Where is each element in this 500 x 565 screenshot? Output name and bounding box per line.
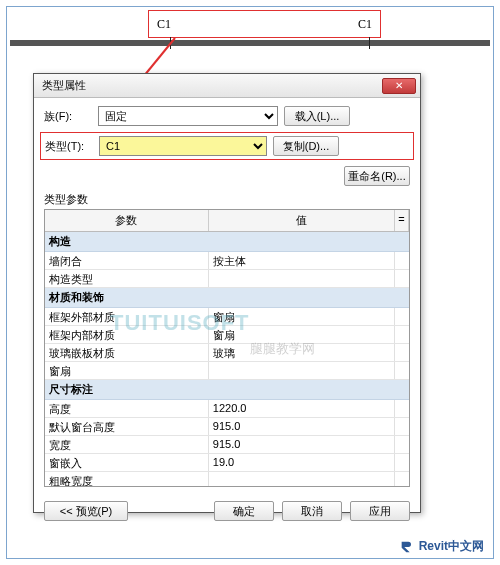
apply-button[interactable]: 应用: [350, 501, 410, 521]
param-value[interactable]: [209, 270, 395, 287]
param-row[interactable]: 玻璃嵌板材质玻璃: [45, 344, 409, 362]
plan-view-labels: C1 C1: [148, 10, 381, 38]
param-eq: [395, 308, 409, 325]
col-param-header: 参数: [45, 210, 209, 231]
param-eq: [395, 344, 409, 361]
param-name: 框架外部材质: [45, 308, 209, 325]
param-value[interactable]: 915.0: [209, 418, 395, 435]
param-row[interactable]: 框架内部材质窗扇: [45, 326, 409, 344]
param-eq: [395, 362, 409, 379]
family-combo[interactable]: 固定: [98, 106, 278, 126]
type-params-label: 类型参数: [44, 192, 410, 207]
param-name: 高度: [45, 400, 209, 417]
param-value[interactable]: 窗扇: [209, 308, 395, 325]
preview-button[interactable]: << 预览(P): [44, 501, 128, 521]
param-eq: [395, 400, 409, 417]
param-value[interactable]: 按主体: [209, 252, 395, 269]
dialog-titlebar: 类型属性 ✕: [34, 74, 420, 98]
revit-icon: [399, 539, 415, 555]
brand-text: Revit中文网: [419, 538, 484, 555]
type-label: 类型(T):: [45, 139, 93, 154]
param-name: 玻璃嵌板材质: [45, 344, 209, 361]
param-value[interactable]: 1220.0: [209, 400, 395, 417]
param-name: 宽度: [45, 436, 209, 453]
param-row[interactable]: 窗嵌入19.0: [45, 454, 409, 472]
param-group-header[interactable]: 构造: [45, 232, 409, 252]
group-name: 构造: [49, 234, 405, 249]
param-name: 构造类型: [45, 270, 209, 287]
param-row[interactable]: 窗扇: [45, 362, 409, 380]
family-label: 族(F):: [44, 109, 92, 124]
param-row[interactable]: 粗略宽度: [45, 472, 409, 487]
grid-header: 参数 值 =: [45, 210, 409, 232]
param-row[interactable]: 构造类型: [45, 270, 409, 288]
param-row[interactable]: 宽度915.0: [45, 436, 409, 454]
rename-button[interactable]: 重命名(R)...: [344, 166, 410, 186]
param-row[interactable]: 默认窗台高度915.0: [45, 418, 409, 436]
param-value[interactable]: 玻璃: [209, 344, 395, 361]
param-eq: [395, 252, 409, 269]
param-eq: [395, 270, 409, 287]
param-value[interactable]: [209, 472, 395, 487]
param-grid: 参数 值 = 构造墙闭合按主体构造类型材质和装饰框架外部材质窗扇框架内部材质窗扇…: [44, 209, 410, 487]
param-name: 窗嵌入: [45, 454, 209, 471]
type-properties-dialog: 类型属性 ✕ 族(F): 固定 载入(L)... 类型(T): C1 复制(D)…: [33, 73, 421, 513]
param-value[interactable]: 19.0: [209, 454, 395, 471]
param-eq: [395, 326, 409, 343]
load-button[interactable]: 载入(L)...: [284, 106, 350, 126]
param-group-header[interactable]: 材质和装饰: [45, 288, 409, 308]
brand-footer: Revit中文网: [399, 538, 484, 555]
param-eq: [395, 472, 409, 487]
dialog-footer: << 预览(P) 确定 取消 应用: [34, 493, 420, 529]
param-eq: [395, 418, 409, 435]
param-name: 墙闭合: [45, 252, 209, 269]
param-value[interactable]: 窗扇: [209, 326, 395, 343]
param-name: 默认窗台高度: [45, 418, 209, 435]
param-row[interactable]: 墙闭合按主体: [45, 252, 409, 270]
param-name: 粗略宽度: [45, 472, 209, 487]
close-button[interactable]: ✕: [382, 78, 416, 94]
col-eq-header: =: [395, 210, 409, 231]
param-row[interactable]: 框架外部材质窗扇: [45, 308, 409, 326]
window-tag-right: C1: [358, 17, 372, 32]
duplicate-button[interactable]: 复制(D)...: [273, 136, 339, 156]
param-group-header[interactable]: 尺寸标注: [45, 380, 409, 400]
param-eq: [395, 454, 409, 471]
cancel-button[interactable]: 取消: [282, 501, 342, 521]
group-name: 材质和装饰: [49, 290, 405, 305]
param-row[interactable]: 高度1220.0: [45, 400, 409, 418]
type-combo[interactable]: C1: [99, 136, 267, 156]
dialog-title: 类型属性: [42, 78, 86, 93]
group-name: 尺寸标注: [49, 382, 405, 397]
param-value[interactable]: [209, 362, 395, 379]
window-tag-left: C1: [157, 17, 171, 32]
col-value-header: 值: [209, 210, 395, 231]
param-eq: [395, 436, 409, 453]
grid-body[interactable]: 构造墙闭合按主体构造类型材质和装饰框架外部材质窗扇框架内部材质窗扇玻璃嵌板材质玻…: [45, 232, 409, 487]
param-name: 窗扇: [45, 362, 209, 379]
ok-button[interactable]: 确定: [214, 501, 274, 521]
plan-section: [10, 40, 490, 46]
param-name: 框架内部材质: [45, 326, 209, 343]
param-value[interactable]: 915.0: [209, 436, 395, 453]
